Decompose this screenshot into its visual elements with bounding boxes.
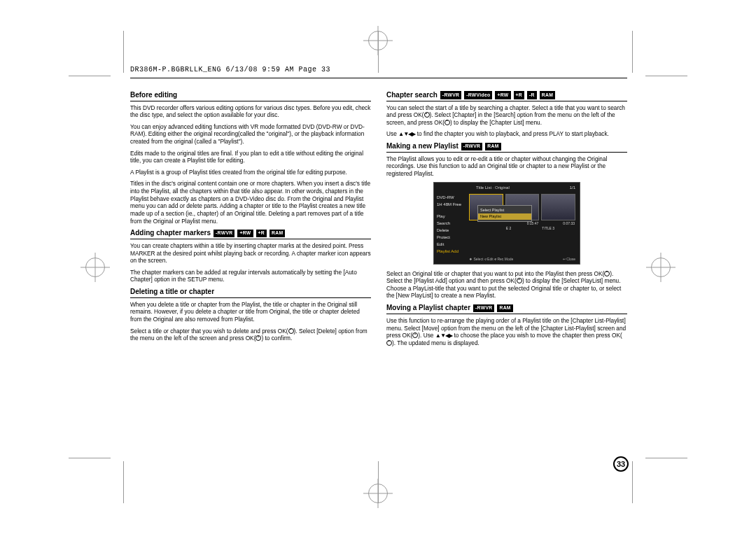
disc-badge: +RW xyxy=(237,230,253,238)
body-text: Edits made to the original titles are fi… xyxy=(130,150,371,164)
body-text: The Playlist allows you to edit or re-ed… xyxy=(386,155,627,178)
figure-sidebar: DVD-RW 1H 48M Free Play Search Delete Pr… xyxy=(437,195,466,257)
disc-badge: -RWVR xyxy=(214,230,234,238)
disc-badge: +R xyxy=(256,230,267,238)
left-column: Before editing This DVD recorder offers … xyxy=(130,88,371,351)
header-rule xyxy=(130,78,627,78)
crop-mark xyxy=(69,458,111,458)
figure-disc-type: DVD-RW xyxy=(437,195,466,201)
disc-badge: -RWVR xyxy=(461,143,482,151)
figure-menu-item: Protect xyxy=(437,235,466,241)
disc-badge: RAM xyxy=(270,230,285,238)
body-text: Titles in the disc's original content co… xyxy=(130,180,371,225)
figure-menu-item: Search xyxy=(437,221,466,227)
page-content: DR386M-P.BGBRLLK_ENG 6/13/08 9:59 AM Pag… xyxy=(130,66,627,469)
disc-badge: +R xyxy=(514,91,524,99)
registration-mark xyxy=(651,258,671,277)
crop-mark xyxy=(645,458,687,458)
ok-icon xyxy=(517,278,522,283)
disc-badge: -RWVR xyxy=(440,91,461,99)
registration-mark xyxy=(85,258,105,277)
heading-new-playlist: Making a new Playlist xyxy=(386,142,458,151)
ok-icon xyxy=(604,271,610,276)
disc-badge: RAM xyxy=(540,91,555,99)
ok-icon xyxy=(386,340,392,346)
body-text: You can enjoy advanced editing functions… xyxy=(130,123,371,146)
figure-footer: ⯁ Select ⊙ Edit ⊕ Rec.Mode ↩ Close xyxy=(469,257,575,261)
body-text: You can select the start of a title by s… xyxy=(386,104,627,127)
heading-deleting: Deleting a title or chapter xyxy=(130,288,214,297)
figure-menu-item: Delete xyxy=(437,228,466,234)
figure-title: Title List · Original xyxy=(476,185,510,191)
figure-menu-item-selected: Playlist Add xyxy=(437,249,466,255)
crop-mark xyxy=(123,461,124,503)
crop-mark xyxy=(123,31,124,73)
body-text: The chapter markers can be added at regu… xyxy=(130,269,371,283)
right-column: Chapter search -RWVR -RWVideo +RW +R -R … xyxy=(386,88,627,351)
figure-popup: Select Playlist New Playlist xyxy=(477,205,532,222)
body-text: A Playlist is a group of Playlist titles… xyxy=(130,169,371,176)
print-header: DR386M-P.BGBRLLK_ENG 6/13/08 9:59 AM Pag… xyxy=(130,66,627,76)
heading-chapter-search: Chapter search xyxy=(386,91,438,100)
crop-mark xyxy=(645,76,687,76)
figure-menu-item: Edit xyxy=(437,242,466,248)
body-text: This DVD recorder offers various editing… xyxy=(130,104,371,119)
heading-before-editing: Before editing xyxy=(130,91,177,100)
disc-badge: +RW xyxy=(495,91,510,99)
body-text: Use ▲▼◀▶ to find the chapter you wish to… xyxy=(386,130,627,138)
body-text: Select an Original title or chapter that… xyxy=(386,270,627,300)
registration-mark xyxy=(368,31,388,50)
figure-page: 1/1 xyxy=(570,185,575,191)
body-text: Select a title or chapter that you wish … xyxy=(130,328,371,342)
figure-free-time: 1H 48M Free xyxy=(437,202,466,208)
ok-icon xyxy=(444,120,450,125)
body-text: When you delete a title or chapter from … xyxy=(130,301,371,323)
disc-badge: -RWVR xyxy=(473,304,494,313)
crop-mark xyxy=(632,461,633,503)
disc-badge: RAM xyxy=(485,143,500,151)
body-text: Use this function to re-arrange the play… xyxy=(386,317,627,346)
disc-badge: -RWVideo xyxy=(464,91,492,99)
ok-icon xyxy=(288,328,294,334)
body-text: You can create chapters within a title b… xyxy=(130,242,371,265)
heading-adding-markers: Adding chapter markers xyxy=(130,229,211,238)
registration-mark xyxy=(368,484,388,503)
disc-badge: RAM xyxy=(497,304,512,313)
nav-arrows-icon: ▲▼◀▶ xyxy=(398,130,415,137)
figure-menu-item: Play xyxy=(437,214,466,220)
crop-mark xyxy=(69,76,111,76)
crop-mark xyxy=(632,31,633,73)
heading-moving-chapter: Moving a Playlist chapter xyxy=(386,304,470,313)
figure-popup-item: New Playlist xyxy=(478,213,531,220)
disc-badge: -R xyxy=(527,91,537,99)
ok-icon xyxy=(424,112,430,118)
page-number: 33 xyxy=(613,456,629,472)
nav-arrows-icon: ▲▼◀▶ xyxy=(435,332,452,339)
figure-thumb-3: TITLE 3 0:07:33 xyxy=(541,194,575,220)
screenshot-figure: Title List · Original 1/1 DVD-RW 1H 48M … xyxy=(433,182,580,265)
figure-popup-title: Select Playlist xyxy=(480,207,529,213)
